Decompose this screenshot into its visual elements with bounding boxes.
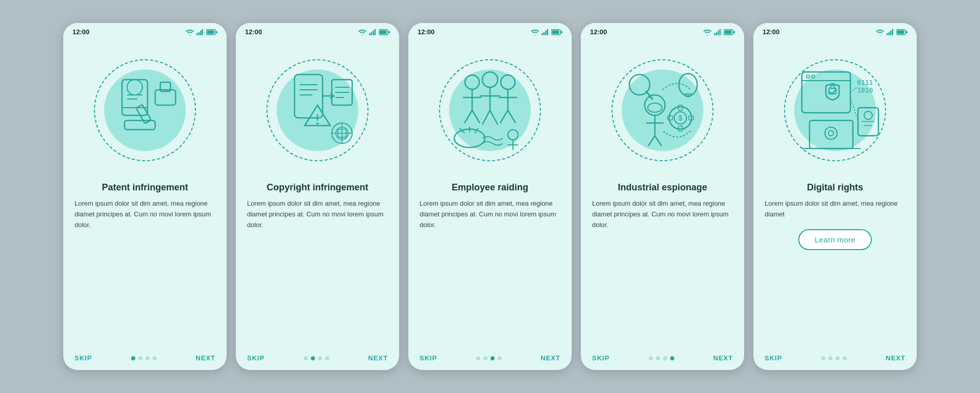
svg-rect-9 (155, 90, 176, 105)
next-button-4[interactable]: NEXT (713, 354, 733, 362)
dot-1-0 (131, 356, 135, 360)
svg-text:0111: 0111 (857, 79, 873, 86)
svg-line-80 (648, 136, 655, 146)
skip-button-2[interactable]: SKIP (247, 354, 264, 362)
content-employee: Employee raiding Lorem ipsum dolor sit d… (408, 182, 572, 347)
screen-digital: 12:00 (753, 23, 917, 370)
svg-rect-43 (547, 29, 549, 35)
screen-employee: 12:00 (408, 23, 572, 370)
illustration-industrial: $ (581, 39, 744, 182)
svg-rect-95 (889, 32, 890, 35)
dot-3-0 (476, 356, 480, 360)
svg-rect-2 (200, 31, 202, 35)
svg-rect-86 (678, 105, 682, 110)
content-patent: Patent infringement Lorem ipsum dolor si… (63, 182, 227, 347)
svg-rect-94 (887, 33, 888, 35)
status-time-5: 12:00 (763, 28, 779, 36)
svg-rect-5 (207, 30, 214, 34)
svg-rect-23 (295, 75, 323, 118)
dot-2-3 (325, 356, 329, 360)
svg-rect-45 (552, 30, 559, 34)
svg-point-108 (825, 127, 837, 139)
skip-button-5[interactable]: SKIP (765, 354, 782, 362)
battery-icon (206, 29, 217, 35)
wifi-icon (186, 29, 194, 35)
body-digital: Lorem ipsum dolor sit dim amet, mea regi… (765, 199, 905, 220)
status-time-2: 12:00 (245, 28, 262, 36)
skip-button-4[interactable]: SKIP (592, 354, 609, 362)
svg-rect-11 (122, 80, 148, 115)
status-time-4: 12:00 (590, 28, 607, 36)
svg-line-81 (655, 136, 662, 146)
svg-rect-72 (720, 29, 721, 35)
status-icons-1 (186, 29, 217, 35)
skip-button-1[interactable]: SKIP (75, 354, 92, 362)
skip-button-3[interactable]: SKIP (420, 354, 437, 362)
content-digital: Digital rights Lorem ipsum dolor sit dim… (753, 182, 917, 347)
svg-rect-96 (890, 31, 892, 35)
svg-point-57 (501, 75, 515, 89)
svg-rect-100 (906, 31, 908, 33)
battery-icon-5 (896, 29, 908, 35)
status-time-3: 12:00 (418, 28, 434, 36)
svg-rect-22 (388, 31, 390, 33)
svg-rect-18 (373, 31, 374, 35)
svg-rect-97 (892, 29, 894, 35)
next-button-2[interactable]: NEXT (368, 354, 388, 362)
svg-line-60 (500, 110, 508, 123)
status-bar-4: 12:00 (581, 23, 744, 39)
svg-point-104 (812, 75, 815, 78)
svg-rect-0 (197, 33, 198, 35)
employee-illustration (436, 59, 544, 161)
svg-rect-74 (725, 30, 732, 34)
dots-3 (476, 356, 502, 360)
next-button-1[interactable]: NEXT (195, 354, 215, 362)
svg-rect-17 (371, 32, 373, 35)
svg-point-103 (806, 75, 810, 78)
battery-icon-2 (379, 29, 390, 35)
dot-2-2 (318, 356, 322, 360)
learn-more-button[interactable]: Learn more (798, 229, 872, 250)
dot-3-3 (498, 356, 502, 360)
svg-point-91 (679, 73, 697, 96)
next-button-3[interactable]: NEXT (541, 354, 560, 362)
industrial-illustration: $ (611, 59, 714, 161)
signal-icon-3 (542, 29, 549, 35)
svg-point-109 (828, 131, 834, 136)
dots-2 (304, 356, 329, 360)
illustration-patent (63, 39, 227, 182)
signal-icon (197, 29, 204, 35)
dots-5 (821, 356, 847, 360)
copyright-illustration (266, 59, 369, 161)
dot-5-2 (836, 356, 840, 360)
svg-rect-106 (810, 120, 853, 149)
wifi-icon-5 (876, 29, 884, 35)
status-time-1: 12:00 (72, 28, 89, 36)
screens-container: 12:00 (53, 8, 927, 385)
content-copyright: Copyright infringement Lorem ipsum dolor… (236, 182, 399, 347)
battery-icon-4 (724, 29, 735, 35)
svg-rect-75 (733, 31, 735, 33)
nav-bar-5: SKIP NEXT (753, 347, 917, 370)
svg-rect-16 (369, 33, 371, 35)
digital-illustration: 0111 1010 (781, 59, 889, 161)
signal-icon-4 (714, 29, 721, 35)
illustration-copyright (236, 39, 399, 182)
title-industrial: Industrial espionage (592, 182, 733, 193)
dots-4 (649, 356, 674, 360)
battery-icon-3 (551, 29, 562, 35)
dot-1-2 (145, 356, 150, 360)
dot-4-3 (670, 356, 674, 360)
signal-icon-2 (369, 29, 376, 35)
wifi-icon-3 (531, 29, 539, 35)
next-button-5[interactable]: NEXT (886, 354, 905, 362)
svg-rect-7 (125, 120, 155, 130)
title-employee: Employee raiding (420, 182, 560, 193)
dot-4-2 (663, 356, 667, 360)
svg-point-52 (482, 72, 498, 87)
dot-3-2 (491, 356, 495, 360)
svg-point-34 (316, 122, 318, 125)
body-patent: Lorem ipsum dolor sit dim amet, mea regi… (75, 199, 215, 230)
status-bar-3: 12:00 (408, 23, 572, 39)
svg-rect-19 (375, 29, 376, 35)
